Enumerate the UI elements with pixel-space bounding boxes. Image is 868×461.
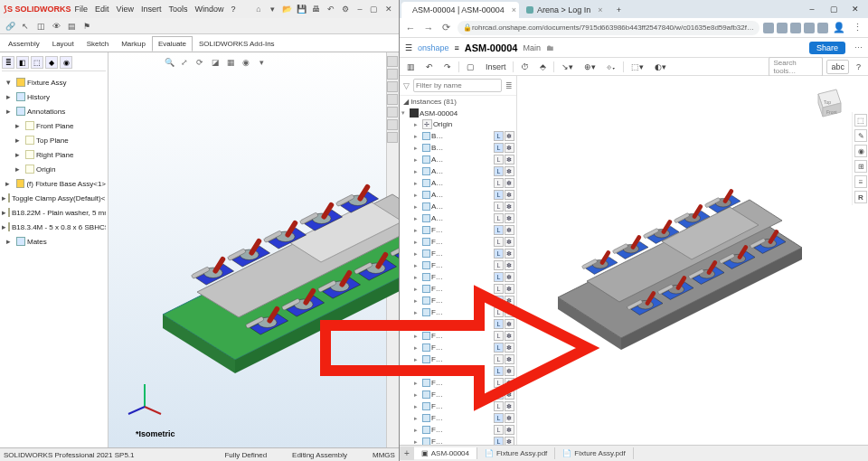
tree-item[interactable]: ▸Annotations [2, 104, 106, 118]
onshape-graphics-view[interactable]: TopFront ⬚ ✎ ◉ ⊞ ≡ R [517, 76, 868, 445]
notif-icon[interactable]: ⋯ [854, 43, 863, 52]
rt-icon[interactable]: ✎ [854, 129, 867, 142]
menu-dots-icon[interactable]: ⋮ [850, 21, 864, 35]
tab-evaluate[interactable]: Evaluate [152, 36, 193, 52]
tb-icon[interactable]: ⊕▾ [580, 61, 599, 73]
undo-icon[interactable]: ↶ [325, 3, 337, 15]
rt-icon[interactable]: ⊞ [854, 160, 867, 173]
tree-item[interactable]: ▸A…L✽ [400, 212, 516, 224]
reload-icon[interactable]: ⟳ [439, 21, 454, 35]
min-icon[interactable]: – [354, 3, 366, 15]
close-icon[interactable]: ✕ [382, 3, 395, 15]
back-icon[interactable]: ← [403, 21, 418, 35]
tree-item[interactable]: ▸Mates [2, 234, 106, 249]
tree-item[interactable]: ▸F…L✽ [400, 236, 516, 248]
save-icon[interactable]: 💾 [296, 3, 308, 15]
menu-insert[interactable]: Insert [141, 5, 162, 14]
tab-assembly[interactable]: Assembly [2, 36, 46, 52]
tree-tab-pm-icon[interactable]: ◧ [16, 56, 29, 69]
menu-help-icon[interactable]: ? [231, 5, 235, 14]
tb-eye-icon[interactable]: 👁 [50, 20, 62, 33]
tree-item[interactable]: ▸F…L✽ [400, 365, 516, 377]
section-icon[interactable]: ◪ [209, 56, 222, 69]
folder-icon[interactable]: 🖿 [546, 43, 554, 52]
tree-item[interactable]: ▸(f) Fixture Base Assy<1> [2, 176, 106, 191]
tree-item[interactable]: ▸Toggle Clamp Assy(Default)<10> [2, 191, 106, 205]
tree-item[interactable]: ▸A…L✽ [400, 165, 516, 177]
tab-sketch[interactable]: Sketch [80, 36, 115, 52]
views-icon[interactable]: ▾ [255, 56, 268, 69]
url-field[interactable]: 🔒 rohrcad.onshape.com/documents/7915d663… [458, 21, 760, 35]
display-icon[interactable]: ▦ [224, 56, 237, 69]
tree-item[interactable]: ▸F…L✽ [400, 248, 516, 259]
doc-name[interactable]: ASM-00004 [465, 42, 518, 53]
new-tab-button[interactable]: + [609, 2, 627, 18]
doc-list-icon[interactable]: ≡ [454, 43, 458, 52]
tree-item[interactable]: ▸F…L✽ [400, 318, 516, 330]
tree-item[interactable]: ▸A…L✽ [400, 154, 516, 165]
tree-item[interactable]: ▸A…L✽ [400, 201, 516, 212]
max-icon[interactable]: ▢ [368, 3, 381, 15]
forward-icon[interactable]: → [421, 21, 436, 35]
nav-hamburger-icon[interactable]: ☰ [405, 43, 412, 52]
tree-item[interactable]: ▸B…L✽ [400, 130, 516, 142]
tree-item[interactable]: ▸F…L✽ [400, 389, 516, 400]
tree-item[interactable]: ▸F…L✽ [400, 424, 516, 436]
win-min-icon[interactable]: – [801, 0, 823, 18]
doc-tab[interactable]: ▣ASM-00004 [414, 447, 477, 459]
insert-button[interactable]: Insert [482, 61, 510, 73]
tree-item[interactable]: ▸Origin [2, 162, 106, 176]
tree-item[interactable]: ▸Top Plane [2, 133, 106, 147]
taskpane-icon[interactable] [387, 56, 398, 67]
ext-icon[interactable] [817, 23, 828, 33]
tree-item[interactable]: ▸Right Plane [2, 147, 106, 162]
sw-feature-tree[interactable]: ≣ ◧ ⬚ ◆ ◉ ▾Fixture Assy ▸History▸Annotat… [0, 52, 108, 447]
ext-icon[interactable] [790, 23, 801, 33]
tree-item[interactable]: ▸F…L✽ [400, 224, 516, 236]
tb-icon[interactable]: ⬚▾ [627, 61, 647, 73]
tree-item[interactable]: ▸F…L✽ [400, 283, 516, 295]
taskpane-icon[interactable] [387, 81, 398, 92]
tree-tab-disp-icon[interactable]: ◆ [45, 56, 58, 69]
tb-icon[interactable]: ⟐▾ [603, 61, 619, 73]
tab-markup[interactable]: Markup [115, 36, 152, 52]
tree-item[interactable]: ▸F…L✽ [400, 353, 516, 365]
menu-view[interactable]: View [117, 5, 134, 14]
shortcuts-icon[interactable]: abc [826, 60, 849, 74]
tree-item[interactable]: ▸F…L✽ [400, 330, 516, 342]
zoom-fit-icon[interactable]: 🔍 [163, 56, 175, 69]
taskpane-icon[interactable] [387, 69, 398, 80]
tree-item[interactable]: ▸History [2, 89, 106, 104]
tree-root[interactable]: ▾Fixture Assy [2, 75, 106, 89]
tree-item[interactable]: ▸B…L✽ [400, 142, 516, 154]
tree-item[interactable]: ▸A…L✽ [400, 189, 516, 201]
taskpane-icon[interactable] [387, 94, 398, 105]
filter-input[interactable] [413, 79, 502, 92]
tb-cursor-icon[interactable]: ↖ [19, 20, 32, 33]
rt-icon[interactable]: ≡ [854, 175, 867, 188]
doc-tab[interactable]: 📄Fixture Assy.pdf [477, 447, 555, 459]
tree-item[interactable]: ▸F…L✽ [400, 412, 516, 424]
tree-item[interactable]: ▸Front Plane [2, 118, 106, 133]
tb-config-icon[interactable]: ⚑ [80, 20, 93, 33]
win-max-icon[interactable]: ▢ [823, 0, 844, 18]
menu-window[interactable]: Window [194, 5, 223, 14]
tb-link-icon[interactable]: 🔗 [4, 20, 16, 33]
filter-icon[interactable]: ▽ [403, 81, 410, 90]
tool-search[interactable]: Search tools… [769, 57, 823, 77]
tree-item[interactable]: ▸F…L✽ [400, 271, 516, 283]
tb-icon[interactable]: ◐▾ [651, 61, 670, 73]
redo-icon[interactable]: ↷ [440, 61, 455, 73]
tree-item[interactable]: ▸F…L✽ [400, 306, 516, 318]
add-tab-button[interactable]: + [400, 447, 414, 460]
browser-tab[interactable]: ASM-00004 | ASM-00004× [401, 2, 519, 18]
tb-icon[interactable]: ⏱ [517, 61, 533, 73]
scene-icon[interactable]: ◉ [240, 56, 252, 69]
onshape-instance-tree[interactable]: ▽ ≣ ◢ Instances (81) ▾ ASM-00004 ▸✢ Orig… [400, 76, 517, 445]
tab-layout[interactable]: Layout [46, 36, 80, 52]
view-cube[interactable]: TopFront [809, 85, 845, 121]
open-icon[interactable]: 📂 [281, 3, 294, 15]
new-icon[interactable]: ▾ [267, 3, 279, 15]
tree-tab-cfg-icon[interactable]: ⬚ [31, 56, 43, 69]
rt-icon[interactable]: ◉ [854, 145, 867, 157]
